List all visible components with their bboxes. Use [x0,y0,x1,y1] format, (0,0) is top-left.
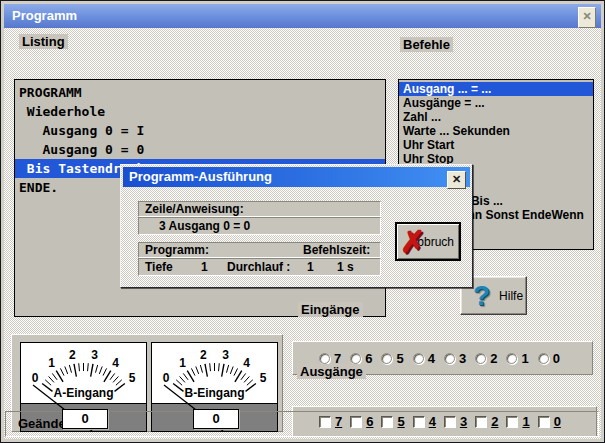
programm-label: Programm: [145,243,209,257]
svg-text:2: 2 [69,348,76,362]
dialog-title: Programm-Ausführung [129,169,272,184]
eingang-bit-label: 1 [521,351,528,366]
befehlszeit-value: 1 s [337,259,354,275]
eingang-bit-label: 3 [459,351,466,366]
eingang-radio-6[interactable] [350,353,361,364]
svg-text:1: 1 [179,356,186,370]
zeile-anweisung-value: 3 Ausgang 0 = 0 [138,217,381,235]
programm-ausfuehrung-dialog: Programm-Ausführung ✕ Zeile/Anweisung: 3… [120,164,473,288]
eingang-radio-7[interactable] [319,353,330,364]
befehle-group-label: Befehle [400,37,453,52]
eingang-group-1: 1 [506,351,528,366]
tiefe-value: 1 [201,259,208,275]
programm-befehlszeit-labels: Programm: Befehlszeit: [138,242,381,258]
window-title: Programm [12,8,77,23]
svg-text:2: 2 [200,348,207,362]
eingang-radio-2[interactable] [475,353,486,364]
eingang-bit-label: 6 [365,351,372,366]
svg-text:5: 5 [129,371,136,385]
zeile-anweisung-label: Zeile/Anweisung: [138,201,381,217]
svg-text:4: 4 [112,356,119,370]
meter-digital-value: 0 [62,409,108,429]
eingang-group-5: 5 [381,351,403,366]
befehle-list-item[interactable]: Ausgänge = ... [399,96,593,110]
eingaenge-group-label: Eingänge [298,302,363,317]
svg-text:5: 5 [260,371,267,385]
help-question-icon: ? [473,279,490,313]
befehle-list-item[interactable]: Uhr Start [399,138,593,152]
ausgaenge-group-label: Ausgänge [297,364,366,379]
eingang-group-2: 2 [475,351,497,366]
eingang-group-4: 4 [413,351,435,366]
svg-text:0: 0 [163,371,170,385]
eingang-radio-1[interactable] [506,353,517,364]
listing-line[interactable]: Ausgang 0 = I [15,121,385,140]
hilfe-button-label: Hilfe [499,289,523,303]
svg-text:0: 0 [32,371,39,385]
eingang-bit-label: 5 [396,351,403,366]
durchlauf-label: Durchlauf : [227,259,290,275]
abort-x-icon: ✗ [400,223,425,261]
dialog-titlebar: Programm-Ausführung ✕ [123,167,470,187]
meter-a: 012345A-Eingang0 [20,342,147,432]
meter-digital-value: 0 [193,409,239,429]
svg-text:4: 4 [243,356,250,370]
befehle-list-item[interactable]: Zahl ... [399,110,593,124]
eingang-bit-label: 2 [490,351,497,366]
eingang-radio-4[interactable] [413,353,424,364]
tiefe-durchlauf-values: Tiefe 1 Durchlauf : 1 1 s [138,258,381,276]
eingang-radio-0[interactable] [538,353,549,364]
svg-text:1: 1 [48,356,55,370]
tiefe-label: Tiefe [145,259,173,275]
eingang-group-3: 3 [444,351,466,366]
befehle-list-item[interactable]: Ausgang ... = ... [399,82,593,96]
dialog-close-button[interactable]: ✕ [447,171,466,189]
befehle-list-item[interactable]: Warte ... Sekunden [399,124,593,138]
listing-line[interactable]: Ausgang 0 = 0 [15,140,385,159]
listing-line[interactable]: Wiederhole [15,102,385,121]
window-titlebar: Programm ✕ [4,4,601,28]
meter-name-label: B-Eingang [152,386,277,400]
svg-text:3: 3 [91,348,98,362]
listing-group-label: Listing [19,34,68,49]
abbruch-button[interactable]: ✗ Abbruch [395,222,461,261]
eingang-group-0: 0 [538,351,560,366]
eingang-radio-3[interactable] [444,353,455,364]
eingang-radio-5[interactable] [381,353,392,364]
befehlszeit-label: Befehlszeit: [303,243,370,257]
window-close-button[interactable]: ✕ [578,7,596,28]
meter-name-label: A-Eingang [21,386,146,400]
eingang-bit-label: 4 [428,351,435,366]
listing-line[interactable]: PROGRAMM [15,83,385,102]
durchlauf-value: 1 [307,259,314,275]
eingang-bit-label: 0 [553,351,560,366]
programm-window: { "colors": { "selection_blue": "#2257d8… [0,0,605,443]
meter-b: 012345B-Eingang0 [151,342,278,432]
svg-text:3: 3 [222,348,229,362]
